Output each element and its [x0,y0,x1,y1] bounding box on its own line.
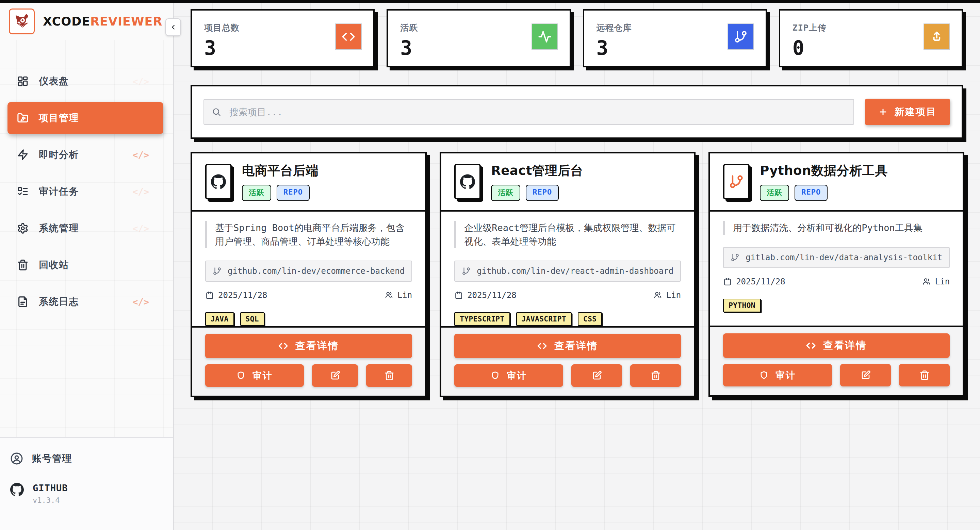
project-tags: JAVASQL [205,312,412,326]
edit-square-icon [330,370,340,381]
audit-label: 审计 [253,370,273,382]
sidebar-item-4[interactable]: 审计任务</> [8,176,163,208]
stat-card-4: ZIP上传 0 [779,9,963,67]
project-header: 电商平台后端 活跃REPO [192,154,425,212]
sidebar-collapse-button[interactable] [165,18,181,36]
shield-icon [759,370,769,380]
stat-card-2: 活跃 3 [387,9,571,67]
delete-button[interactable] [630,364,681,387]
tech-tag: CSS [578,312,602,326]
fox-logo-icon [13,12,31,31]
sidebar-footer: 账号管理 GITHUB v1.3.4 [0,437,173,530]
code-decoration: </> [132,186,149,197]
delete-button[interactable] [899,364,950,386]
trash-icon [920,370,930,380]
stat-value: 3 [400,38,418,58]
badge-repo: REPO [526,185,559,201]
repo-url-box[interactable]: gitlab.com/lin-dev/data-analysis-toolkit [723,247,950,268]
upload-icon [930,30,943,44]
new-project-button[interactable]: 新建项目 [865,98,950,125]
code-icon [278,341,288,351]
view-details-button[interactable]: 查看详情 [454,334,681,358]
sidebar-item-account[interactable]: 账号管理 [10,452,163,465]
stat-text: ZIP上传 0 [792,22,827,58]
stat-label: 远程仓库 [597,22,632,33]
main-content: 项目总数 3 活跃 3 远程仓库 3 ZIP上传 0 新建项目 [174,3,980,530]
project-badges: 活跃REPO [760,185,888,201]
project-body: 基于Spring Boot的电商平台后端服务，包含用户管理、商品管理、订单处理等… [192,212,425,326]
edit-square-icon [861,370,871,380]
chevron-left-icon [169,24,177,31]
sidebar-item-label: 审计任务 [39,185,79,198]
project-title: React管理后台 [491,162,583,179]
edit-button[interactable] [571,364,622,387]
delete-button[interactable] [366,364,412,387]
view-details-label: 查看详情 [295,339,339,353]
view-details-button[interactable]: 查看详情 [723,333,950,358]
sidebar-item-label: 系统管理 [39,222,79,235]
folder-git-icon [17,112,29,124]
git-branch-icon [730,253,740,262]
users-icon [385,291,393,300]
sidebar-item-5[interactable]: 系统管理</> [8,212,163,244]
view-details-button[interactable]: 查看详情 [205,334,412,358]
projects-grid: 电商平台后端 活跃REPO 基于Spring Boot的电商平台后端服务，包含用… [191,152,963,397]
github-icon [211,174,226,189]
badge-active: 活跃 [242,185,271,201]
audit-label: 审计 [507,370,527,382]
badge-repo: REPO [277,185,310,201]
stat-text: 项目总数 3 [204,22,240,58]
sidebar-item-label: 系统日志 [39,295,79,308]
stat-text: 远程仓库 3 [597,22,632,58]
repo-url: github.com/lin-dev/react-admin-dashboard [477,267,673,276]
code-decoration: </> [132,223,149,234]
sidebar-item-2[interactable]: 项目管理 [8,102,163,134]
sidebar-nav: 仪表盘</>项目管理即时分析</>审计任务</>系统管理</>回收站系统日志</… [0,40,173,318]
stat-icon-box [335,24,362,50]
github-version-block[interactable]: GITHUB v1.3.4 [10,483,163,505]
new-project-label: 新建项目 [894,105,937,118]
plus-icon [878,107,888,117]
stat-value: 3 [597,38,632,58]
brand-title: XCODEREVIEWER [43,14,162,28]
tech-tag: PYTHON [723,299,761,312]
sidebar-item-3[interactable]: 即时分析</> [8,139,163,171]
user-circle-icon [10,452,23,465]
project-card-2: React管理后台 活跃REPO 企业级React管理后台模板，集成权限管理、数… [440,152,695,397]
audit-button[interactable]: 审计 [454,364,563,387]
users-icon [922,277,931,286]
project-date: 2025/11/28 [454,290,517,300]
audit-button[interactable]: 审计 [723,364,832,386]
calendar-icon [205,291,214,300]
audit-button[interactable]: 审计 [205,364,304,387]
sidebar-item-7[interactable]: 系统日志</> [8,286,163,318]
sidebar-item-label: 仪表盘 [39,75,69,88]
repo-url-box[interactable]: github.com/lin-dev/ecommerce-backend [205,260,412,282]
activity-icon [538,30,552,44]
project-description: 用于数据清洗、分析和可视化的Python工具集 [723,221,950,235]
app-version: v1.3.4 [33,496,68,505]
repo-url-box[interactable]: github.com/lin-dev/react-admin-dashboard [454,260,681,282]
project-action-row: 审计 [454,364,681,387]
project-source-icon-box [723,164,749,199]
shield-icon [490,371,500,380]
edit-button[interactable] [312,364,358,387]
project-owner: Lin [385,290,412,300]
search-icon [212,107,221,117]
project-meta: 2025/11/28 Lin [723,277,950,286]
sidebar-item-6[interactable]: 回收站 [8,249,163,281]
stat-card-1: 项目总数 3 [191,9,375,67]
project-head-text: 电商平台后端 活跃REPO [242,162,318,201]
project-badges: 活跃REPO [491,185,583,201]
zap-icon [17,149,29,160]
tech-tag: TYPESCRIPT [454,312,510,326]
project-date: 2025/11/28 [205,290,267,300]
list-check-icon [17,186,29,197]
badge-active: 活跃 [760,185,789,201]
project-date: 2025/11/28 [723,277,785,286]
project-footer: 查看详情 审计 [441,326,694,396]
search-input[interactable] [204,99,854,125]
edit-button[interactable] [840,364,891,386]
project-badges: 活跃REPO [242,185,318,201]
sidebar-item-1[interactable]: 仪表盘</> [8,65,163,97]
